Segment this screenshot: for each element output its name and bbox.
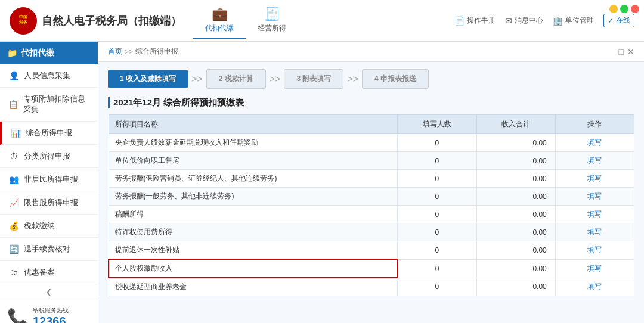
unit-label: 单位管理 [565, 15, 594, 26]
row-name-row1: 央企负责人绩效薪金延期兑现收入和任期奖励 [109, 134, 398, 152]
row-name-row7: 提前退休一次性补贴 [109, 241, 398, 260]
col-header-count: 填写人数 [398, 115, 476, 134]
row-count-row6: 0 [398, 223, 476, 241]
sidebar-item-deduction[interactable]: 📋 专项附加扣除信息采集 [0, 88, 98, 122]
deduction-icon: 📋 [8, 100, 18, 109]
row-action-row8[interactable]: 填写 [555, 259, 634, 278]
sidebar-item-nonresident[interactable]: 👥 非居民所得申报 [0, 168, 98, 191]
sidebar-item-reserve[interactable]: 🗂 优惠备案 [0, 261, 98, 284]
row-count-row8: 0 [398, 259, 476, 278]
table-row: 个人股权激励收入00.00填写 [109, 259, 634, 278]
row-name-row5: 稿酬所得 [109, 206, 398, 223]
hotline-icon: 📞 [7, 308, 28, 323]
tab-jingying[interactable]: 🧾 经营所得 [246, 2, 298, 39]
tab-dakou-icon: 💼 [212, 7, 228, 22]
step-1[interactable]: 1 收入及减除填写 [108, 70, 188, 88]
sidebar-item-comprehensive[interactable]: 📊 综合所得申报 [0, 122, 98, 145]
app-title: 自然人电子税务局（扣缴端） [42, 14, 181, 28]
row-name-row8: 个人股权激励收入 [109, 259, 398, 278]
tab-dakou[interactable]: 💼 代扣代缴 [193, 2, 246, 39]
row-name-row3: 劳务报酬(保险营销员、证券经纪人、其他连续劳务) [109, 170, 398, 188]
step-2[interactable]: 2 税款计算 [206, 69, 266, 89]
step-arrow-1: >> [191, 74, 203, 85]
row-action-row9[interactable]: 填写 [555, 278, 634, 296]
table-row: 提前退休一次性补贴00.00填写 [109, 241, 634, 260]
sidebar-header-label: 代扣代缴 [21, 48, 54, 58]
step1-box[interactable]: 1 收入及减除填写 [108, 70, 188, 88]
unit-btn[interactable]: 🏢 单位管理 [553, 15, 594, 26]
sidebar-item-personnel-label: 人员信息采集 [24, 70, 70, 81]
svg-text:税务: 税务 [18, 20, 28, 24]
row-count-row7: 0 [398, 241, 476, 260]
row-name-row6: 特许权使用费所得 [109, 223, 398, 241]
row-action-row1[interactable]: 填写 [555, 134, 634, 152]
row-action-row6[interactable]: 填写 [555, 223, 634, 241]
table-row: 央企负责人绩效薪金延期兑现收入和任期奖励00.00填写 [109, 134, 634, 152]
nonresident-icon: 👥 [8, 175, 19, 184]
step4-box[interactable]: 4 申报表报送 [362, 69, 429, 89]
manual-label: 操作手册 [467, 15, 496, 26]
table-row: 税收递延型商业养老金00.00填写 [109, 278, 634, 296]
sidebar-item-refund[interactable]: 🔄 退手续费核对 [0, 238, 98, 261]
svg-text:中国: 中国 [19, 14, 27, 19]
sidebar-item-tax[interactable]: 💰 税款缴纳 [0, 215, 98, 238]
sidebar-item-restricted-label: 限售股所得申报 [24, 197, 78, 208]
sidebar-footer: 📞 纳税服务热线 12366 [0, 300, 98, 323]
main-layout: 📁 代扣代缴 👤 人员信息采集 📋 专项附加扣除信息采集 📊 综合所得申报 ⏱ … [0, 42, 644, 323]
unit-icon: 🏢 [553, 16, 563, 26]
close-button[interactable] [631, 5, 639, 13]
sidebar-item-category[interactable]: ⏱ 分类所得申报 [0, 145, 98, 168]
sidebar-header-icon: 📁 [7, 48, 17, 58]
row-action-row7[interactable]: 填写 [555, 241, 634, 260]
hotline-number: 12366 [33, 315, 69, 323]
content-min-btn[interactable]: □ [619, 47, 624, 57]
breadcrumb-home[interactable]: 首页 [108, 46, 122, 57]
sidebar-item-restricted[interactable]: 📈 限售股所得申报 [0, 191, 98, 215]
row-action-row3[interactable]: 填写 [555, 170, 634, 188]
step-arrow-3: >> [347, 74, 358, 85]
content-body: 1 收入及减除填写 >> 2 税款计算 >> 3 附表填写 >> 4 申报表报送… [98, 62, 644, 323]
content-area: 首页 >> 综合所得申报 □ ✕ 1 收入及减除填写 >> 2 税款计算 >> … [98, 42, 644, 323]
hotline-info: 纳税服务热线 12366 [33, 306, 69, 323]
sidebar-collapse-btn[interactable]: ❮ [0, 284, 98, 300]
sidebar-item-comprehensive-label: 综合所得申报 [26, 128, 72, 138]
steps-bar: 1 收入及减除填写 >> 2 税款计算 >> 3 附表填写 >> 4 申报表报送 [108, 69, 634, 89]
row-action-row2[interactable]: 填写 [555, 152, 634, 170]
sidebar-header: 📁 代扣代缴 [0, 42, 98, 64]
sidebar-item-category-label: 分类所得申报 [24, 151, 70, 162]
breadcrumb-current: 综合所得申报 [135, 46, 178, 57]
row-total-row1: 0.00 [476, 134, 555, 152]
row-action-row4[interactable]: 填写 [555, 188, 634, 206]
hotline-label: 纳税服务热线 [33, 306, 69, 315]
row-action-row5[interactable]: 填写 [555, 206, 634, 223]
manual-icon: 📄 [454, 16, 465, 26]
col-header-name: 所得项目名称 [109, 115, 398, 134]
step-3[interactable]: 3 附表填写 [284, 69, 343, 89]
message-btn[interactable]: ✉ 消息中心 [505, 15, 543, 26]
collapse-icon: ❮ [46, 288, 52, 296]
sidebar-item-personnel[interactable]: 👤 人员信息采集 [0, 64, 98, 88]
row-total-row4: 0.00 [476, 188, 555, 206]
step-4[interactable]: 4 申报表报送 [362, 69, 429, 89]
online-badge[interactable]: ✓ 在线 [603, 14, 634, 27]
row-total-row5: 0.00 [476, 206, 555, 223]
step3-box[interactable]: 3 附表填写 [284, 69, 343, 89]
sidebar-item-deduction-label: 专项附加扣除信息采集 [23, 94, 89, 115]
content-close-btn[interactable]: ✕ [627, 47, 634, 57]
restore-button[interactable] [620, 5, 628, 13]
table-header-row: 所得项目名称 填写人数 收入合计 操作 [109, 115, 634, 134]
manual-btn[interactable]: 📄 操作手册 [454, 15, 496, 26]
minimize-button[interactable] [609, 5, 618, 13]
nav-tabs: 💼 代扣代缴 🧾 经营所得 [193, 2, 298, 39]
row-total-row9: 0.00 [476, 278, 555, 296]
row-count-row1: 0 [398, 134, 476, 152]
step2-box[interactable]: 2 税款计算 [206, 69, 266, 89]
tax-icon: 💰 [8, 221, 19, 231]
category-icon: ⏱ [8, 151, 19, 161]
table-row: 劳务报酬(一般劳务、其他非连续劳务)00.00填写 [109, 188, 634, 206]
breadcrumb-sep1: >> [125, 48, 133, 56]
tab-dakou-label: 代扣代缴 [205, 23, 234, 33]
sidebar-item-refund-label: 退手续费核对 [24, 244, 70, 254]
comprehensive-icon: 📊 [10, 128, 21, 138]
table-title: 2021年12月 综合所得预扣预缴表 [108, 97, 634, 108]
